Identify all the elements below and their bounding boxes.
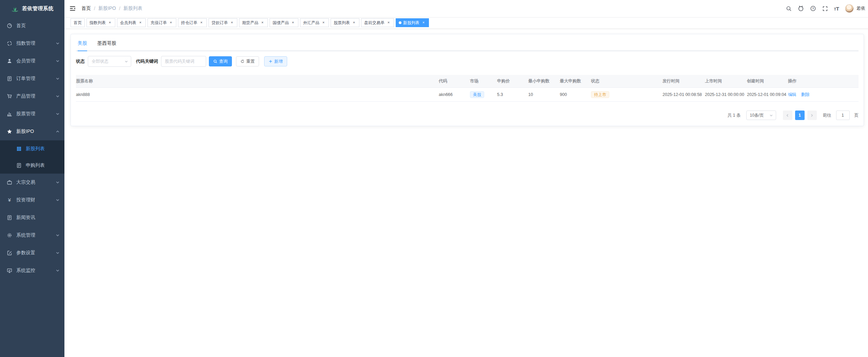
tag-ipo-list[interactable]: 新股列表 × (396, 18, 429, 27)
sidebar-item-product-mgmt[interactable]: 产品管理 (0, 87, 64, 105)
sidebar-item-ipo[interactable]: 新股IPO (0, 123, 64, 140)
tag-member-list[interactable]: 会员列表 × (117, 18, 146, 27)
search-button[interactable] (783, 0, 795, 17)
sidebar-item-member-mgmt[interactable]: 会员管理 (0, 52, 64, 70)
logo[interactable]: 若依管理系统 (0, 0, 64, 17)
next-page-button[interactable] (807, 111, 817, 120)
sidebar-item-index-mgmt[interactable]: 指数管理 (0, 35, 64, 52)
page-size-value: 10条/页 (750, 113, 764, 118)
tag-index-list[interactable]: 指数列表 × (86, 18, 115, 27)
sidebar-item-label: 新股列表 (26, 146, 60, 152)
close-icon[interactable]: × (230, 20, 234, 25)
close-icon[interactable]: × (199, 20, 204, 25)
sidebar-item-system-mgmt[interactable]: 系统管理 (0, 226, 64, 244)
col-listing-time: 上市时间 (705, 75, 747, 88)
tag-label: 股票列表 (334, 20, 350, 26)
tag-label: 持仓订单 (181, 20, 197, 26)
keyword-input[interactable] (161, 56, 206, 67)
breadcrumb-home[interactable]: 首页 (81, 5, 91, 12)
close-icon[interactable]: × (138, 20, 143, 25)
help-icon: ? (810, 5, 816, 12)
chevron-down-icon (56, 77, 60, 81)
prev-page-button[interactable] (783, 111, 792, 120)
gear-icon (7, 233, 12, 238)
delete-link[interactable]: 删除 (801, 92, 809, 97)
sidebar-item-home[interactable]: 首页 (0, 17, 64, 35)
page-size-select[interactable]: 10条/页 (746, 111, 776, 120)
sidebar-item-param-settings[interactable]: 参数设置 (0, 244, 64, 262)
tag-label: 期货产品 (242, 20, 258, 26)
github-button[interactable] (795, 0, 807, 17)
sidebar-item-label: 产品管理 (16, 93, 56, 99)
tag-stock-list[interactable]: 股票列表 × (331, 18, 359, 27)
tag-label: 贷款订单 (212, 20, 228, 26)
tab-mexico-stock[interactable]: 墨西哥股 (97, 37, 116, 51)
close-icon[interactable]: × (421, 20, 426, 25)
tab-us-stock[interactable]: 美股 (78, 37, 87, 51)
close-icon[interactable]: × (321, 20, 326, 25)
cart-icon (7, 94, 12, 99)
col-actions: 操作 (788, 75, 859, 88)
sidebar-item-block-trade[interactable]: 大宗交易 (0, 174, 64, 191)
sidebar-item-news[interactable]: 新闻资讯 (0, 209, 64, 226)
cell-subscribe-price: 5.3 (497, 88, 528, 102)
close-icon[interactable]: × (352, 20, 356, 25)
cell-code: akn666 (439, 88, 470, 102)
chevron-down-icon (56, 41, 60, 45)
status-select-placeholder: 全部状态 (92, 59, 108, 64)
tag-position-orders[interactable]: 持仓订单 × (178, 18, 207, 27)
sidebar-toggle-button[interactable] (64, 0, 81, 17)
close-icon[interactable]: × (386, 20, 391, 25)
sidebar-item-label: 参数设置 (16, 250, 56, 256)
app-main: 美股 墨西哥股 状态 全部状态 代码关键词 查询 (64, 28, 868, 357)
col-market: 市场 (470, 75, 497, 88)
page-number-1[interactable]: 1 (795, 111, 805, 120)
search-icon (786, 6, 792, 12)
cell-stock-name: akn888 (76, 88, 439, 102)
sidebar-item-investment[interactable]: ¥ 投资理财 (0, 191, 64, 209)
tag-futures-products[interactable]: 期货产品 × (239, 18, 268, 27)
grid-icon (16, 146, 22, 152)
order-icon (7, 76, 12, 81)
sidebar-item-label: 新闻资讯 (16, 215, 60, 221)
tag-loan-orders[interactable]: 贷款订单 × (209, 18, 237, 27)
tag-forex-products[interactable]: 外汇产品 × (300, 18, 329, 27)
close-icon[interactable]: × (291, 20, 295, 25)
add-button[interactable]: 新增 (264, 56, 287, 66)
sidebar-item-label: 股票管理 (16, 111, 56, 117)
tag-premarket-orders[interactable]: 盘前交易单 × (361, 18, 394, 27)
sidebar-item-label: 订单管理 (16, 76, 56, 82)
chevron-down-icon (56, 180, 60, 184)
username[interactable]: 若依 (856, 5, 865, 12)
fullscreen-icon (822, 6, 828, 12)
close-icon[interactable]: × (107, 20, 112, 25)
close-icon[interactable]: × (260, 20, 265, 25)
fullscreen-button[interactable] (819, 0, 831, 17)
status-select[interactable]: 全部状态 (88, 56, 131, 67)
font-size-button[interactable]: TT (831, 0, 842, 17)
col-max-subscribe: 最大申购数 (560, 75, 591, 88)
avatar[interactable] (845, 4, 854, 13)
edit-link[interactable]: 编辑 (788, 92, 796, 97)
col-subscribe-price: 申购价 (497, 75, 528, 88)
col-stock-name: 股票名称 (76, 75, 439, 88)
sidebar-item-stock-mgmt[interactable]: 股票管理 (0, 105, 64, 123)
help-button[interactable]: ? (807, 0, 819, 17)
sidebar-item-label: 会员管理 (16, 58, 56, 64)
sidebar-item-subscription-list[interactable]: 申购列表 (0, 157, 64, 174)
search-button[interactable]: 查询 (209, 56, 232, 66)
close-icon[interactable]: × (169, 20, 173, 25)
reset-button[interactable]: 重置 (236, 56, 259, 66)
cell-listing-time: 2025-12-31 00:00:00 (705, 88, 747, 102)
status-badge: 待上市 (591, 91, 609, 98)
tag-treasury-products[interactable]: 国债产品 × (270, 18, 298, 27)
chevron-down-icon (56, 59, 60, 63)
sidebar-item-order-mgmt[interactable]: 订单管理 (0, 70, 64, 87)
sidebar-item-label: 系统监控 (16, 267, 56, 274)
tag-home[interactable]: 首页 (71, 18, 85, 27)
sidebar-item-system-monitor[interactable]: 系统监控 (0, 262, 64, 279)
goto-page-input[interactable] (836, 111, 850, 120)
tag-recharge-orders[interactable]: 充值订单 × (147, 18, 176, 27)
sidebar-item-ipo-list[interactable]: 新股列表 (0, 140, 64, 157)
tag-label: 国债产品 (273, 20, 289, 26)
